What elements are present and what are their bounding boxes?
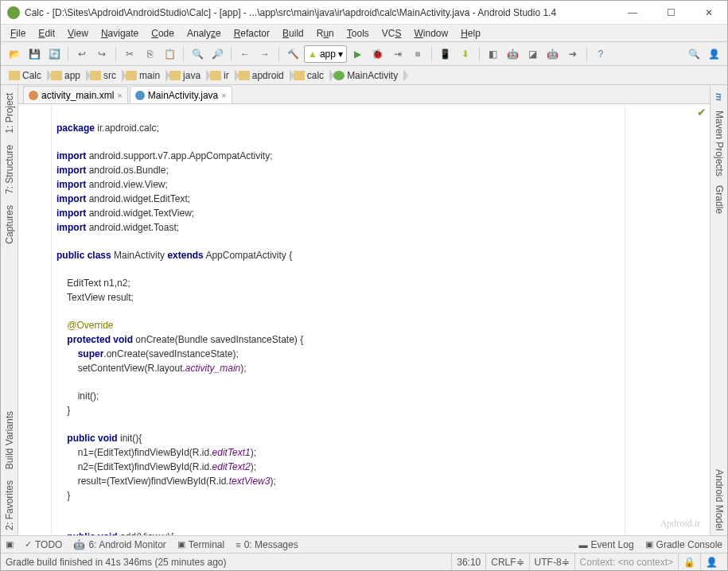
menubar: File Edit View Navigate Code Analyze Ref… <box>1 25 727 42</box>
bc-src[interactable]: src <box>87 68 123 84</box>
menu-build[interactable]: Build <box>278 26 309 41</box>
window-title: Calc - [D:\Sites\Apdroid\AndroidStudio\C… <box>25 7 621 18</box>
gradient-icon[interactable]: ◪ <box>524 45 542 63</box>
redo-icon[interactable]: ↪ <box>93 45 111 63</box>
close-button[interactable]: ✕ <box>697 7 721 18</box>
tool-todo[interactable]: ✓ TODO <box>25 539 62 550</box>
chevron-down-icon: ▾ <box>338 49 343 60</box>
tab-label: MainActivity.java <box>148 90 218 101</box>
sync-icon[interactable]: 🔄 <box>45 45 63 63</box>
tool-android-monitor[interactable]: 🤖 6: Android Monitor <box>73 539 165 550</box>
menu-code[interactable]: Code <box>146 26 179 41</box>
menu-view[interactable]: View <box>63 26 93 41</box>
run-config-label: app <box>320 49 336 60</box>
tab-activity-main[interactable]: activity_main.xml × <box>23 86 128 103</box>
bc-calc[interactable]: Calc <box>6 68 48 84</box>
maximize-button[interactable]: ☐ <box>659 7 683 18</box>
replace-icon[interactable]: 🔎 <box>208 45 226 63</box>
menu-vcs[interactable]: VCS <box>377 26 407 41</box>
tool-structure[interactable]: 7: Structure <box>2 140 17 199</box>
menu-tools[interactable]: Tools <box>342 26 374 41</box>
right-tool-strip: m Maven Projects Gradle Android Model <box>710 85 727 535</box>
xml-file-icon <box>29 91 38 100</box>
run-icon[interactable]: ▶ <box>349 45 367 63</box>
arrow-icon[interactable]: ➔ <box>564 45 582 63</box>
hector-icon[interactable]: 👤 <box>700 554 722 570</box>
context[interactable]: Context: <no context> <box>574 554 678 570</box>
file-encoding[interactable]: UTF-8≑ <box>529 554 574 570</box>
menu-run[interactable]: Run <box>312 26 339 41</box>
tool-captures[interactable]: Captures <box>2 200 17 249</box>
tool-gradle[interactable]: Gradle <box>712 181 726 219</box>
tool-terminal[interactable]: ▣ Terminal <box>177 539 224 550</box>
menu-navigate[interactable]: Navigate <box>96 26 143 41</box>
statusbar: Gradle build finished in 41s 346ms (25 m… <box>1 553 727 570</box>
bc-java[interactable]: java <box>166 68 207 84</box>
close-tab-icon[interactable]: × <box>117 91 122 100</box>
android-icon-2[interactable]: 🤖 <box>504 45 522 63</box>
java-file-icon <box>135 91 145 100</box>
minimize-button[interactable]: — <box>621 7 644 18</box>
menu-help[interactable]: Help <box>456 26 485 41</box>
tool-gradle-console[interactable]: ▣ Gradle Console <box>645 539 722 550</box>
bc-ir[interactable]: ir <box>207 68 236 84</box>
copy-icon[interactable]: ⎘ <box>141 45 158 63</box>
close-tab-icon[interactable]: × <box>221 91 226 100</box>
app-icon <box>7 6 20 19</box>
debug-icon[interactable]: 🐞 <box>369 45 387 63</box>
stop-icon[interactable]: ■ <box>409 45 426 63</box>
tool-messages[interactable]: ≡ 0: Messages <box>236 539 298 550</box>
menu-edit[interactable]: Edit <box>33 26 60 41</box>
watermark: Apdroid.ir <box>660 517 700 530</box>
sdk-icon[interactable]: ⬇ <box>457 45 474 63</box>
menu-file[interactable]: File <box>6 26 30 41</box>
tool-event-log[interactable]: ▬ Event Log <box>579 539 634 550</box>
android-icon-3[interactable]: 🤖 <box>544 45 562 63</box>
tab-label: activity_main.xml <box>41 90 114 101</box>
titlebar: Calc - [D:\Sites\Apdroid\AndroidStudio\C… <box>1 1 727 25</box>
attach-icon[interactable]: ⇥ <box>389 45 407 63</box>
find-icon[interactable]: 🔍 <box>189 45 206 63</box>
tool-build-variants[interactable]: Build Variants <box>2 406 17 474</box>
avd-icon[interactable]: 📱 <box>437 45 454 63</box>
help-icon[interactable]: ? <box>592 45 609 63</box>
open-icon[interactable]: 📂 <box>6 45 23 63</box>
bc-app[interactable]: app <box>48 68 87 84</box>
lock-icon[interactable]: 🔒 <box>678 554 700 570</box>
bc-calc2[interactable]: calc <box>290 68 330 84</box>
left-tool-strip: 1: Project 7: Structure Captures Build V… <box>1 85 18 535</box>
bc-apdroid[interactable]: apdroid <box>236 68 290 84</box>
code-content[interactable]: package ir.apdroid.calc; import android.… <box>52 104 710 535</box>
tool-maven-label[interactable]: Maven Projects <box>712 106 726 181</box>
cut-icon[interactable]: ✂ <box>121 45 138 63</box>
editor-gutter[interactable] <box>18 104 52 535</box>
bc-main[interactable]: main <box>123 68 166 84</box>
bc-mainactivity[interactable]: MainActivity <box>330 68 404 84</box>
tool-square-icon[interactable]: ▣ <box>6 539 14 550</box>
monitor-icon[interactable]: ◧ <box>485 45 502 63</box>
back-icon[interactable]: ← <box>236 45 254 63</box>
make-icon[interactable]: 🔨 <box>284 45 302 63</box>
line-separator[interactable]: CRLF≑ <box>485 554 528 570</box>
code-editor[interactable]: ✔ package ir.apdroid.calc; import androi… <box>18 104 710 535</box>
tab-mainactivity[interactable]: MainActivity.java × <box>130 86 232 103</box>
paste-icon[interactable]: 📋 <box>161 45 178 63</box>
cursor-position[interactable]: 36:10 <box>451 554 485 570</box>
save-icon[interactable]: 💾 <box>25 45 43 63</box>
tool-maven[interactable]: m <box>713 88 726 106</box>
menu-refactor[interactable]: Refactor <box>229 26 274 41</box>
run-config-combo[interactable]: ▲ app ▾ <box>304 45 347 63</box>
forward-icon[interactable]: → <box>256 45 274 63</box>
status-message: Gradle build finished in 41s 346ms (25 m… <box>6 557 451 568</box>
bottom-tool-strip: ▣ ✓ TODO 🤖 6: Android Monitor ▣ Terminal… <box>1 535 727 553</box>
menu-analyze[interactable]: Analyze <box>182 26 226 41</box>
user-icon[interactable]: 👤 <box>705 45 722 63</box>
tool-project[interactable]: 1: Project <box>2 88 17 138</box>
nav-breadcrumb: Calc app src main java ir apdroid calc M… <box>1 66 727 85</box>
android-icon: ▲ <box>308 49 317 60</box>
search-everywhere-icon[interactable]: 🔍 <box>685 45 703 63</box>
undo-icon[interactable]: ↩ <box>73 45 91 63</box>
tool-favorites[interactable]: 2: Favorites <box>2 476 17 535</box>
menu-window[interactable]: Window <box>409 26 453 41</box>
tool-android-model[interactable]: Android Model <box>712 464 726 535</box>
